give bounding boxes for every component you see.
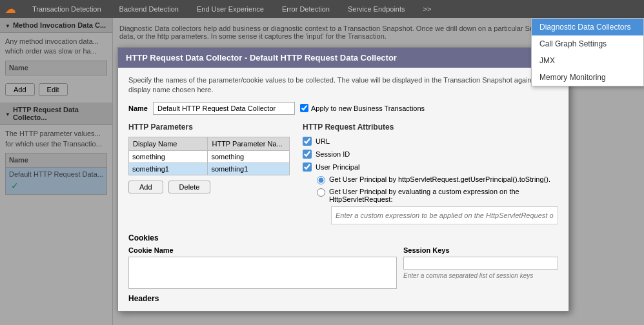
params-buttons: Add Delete <box>128 181 290 193</box>
nav-backend-detection[interactable]: Backend Detection <box>110 0 188 18</box>
param-name-input-1[interactable] <box>208 151 289 162</box>
modal-body: Specify the names of the parameter/cooki… <box>118 68 569 311</box>
table-row <box>129 150 290 162</box>
cookie-name-col: Cookie Name <box>128 246 397 289</box>
cookie-name-box <box>128 257 397 289</box>
params-add-button[interactable]: Add <box>128 181 163 193</box>
http-attributes-header: HTTP Request Attributes <box>303 123 558 132</box>
dropdown-memory-monitoring[interactable]: Memory Monitoring <box>532 69 643 86</box>
url-label: URL <box>316 137 330 145</box>
http-attributes-col: HTTP Request Attributes URL Session ID U… <box>303 123 558 227</box>
nav-transaction-detection[interactable]: Transaction Detection <box>23 0 110 18</box>
http-params-header: HTTP Parameters <box>128 123 290 132</box>
display-name-input-2[interactable] <box>129 163 207 175</box>
apply-label: Apply to new Business Transactions <box>311 104 425 112</box>
params-delete-button[interactable]: Delete <box>168 181 211 193</box>
get-user-principal-label: Get User Principal by httpServletRequest… <box>329 175 550 183</box>
custom-expression-input[interactable] <box>336 212 554 219</box>
cookies-header: Cookies <box>128 233 558 242</box>
session-keys-hint: Enter a comma separated list of session … <box>403 272 558 279</box>
modal-description: Specify the names of the parameter/cooki… <box>128 75 558 95</box>
user-principal-label: User Principal <box>316 163 359 171</box>
param-name-input-2[interactable] <box>208 163 289 175</box>
url-attribute: URL <box>303 137 558 146</box>
session-id-label: Session ID <box>316 150 350 158</box>
modal-columns: HTTP Parameters Display Name HTTP Parame… <box>128 123 558 227</box>
headers-label: Headers <box>128 294 558 303</box>
user-principal-attribute: User Principal <box>303 162 558 172</box>
modal-title: HTTP Request Data Collector - Default HT… <box>126 53 397 63</box>
nav-more[interactable]: >> <box>414 0 441 18</box>
session-id-checkbox[interactable] <box>303 150 312 159</box>
params-table: Display Name HTTP Parameter Na... <box>128 137 290 175</box>
cookies-section: Cookies Cookie Name Session Keys Enter a… <box>128 233 558 289</box>
custom-expr-label: Get User Principal by evaluating a custo… <box>329 188 558 203</box>
url-checkbox[interactable] <box>303 137 312 146</box>
modal-header: HTTP Request Data Collector - Default HT… <box>118 48 569 68</box>
param-name-col: HTTP Parameter Na... <box>208 137 290 150</box>
user-principal-options: Get User Principal by httpServletRequest… <box>317 175 558 224</box>
user-principal-checkbox[interactable] <box>303 162 312 172</box>
custom-expr-radio[interactable] <box>317 188 325 197</box>
custom-expression-box <box>331 206 558 224</box>
display-name-input-1[interactable] <box>129 151 207 162</box>
app-logo: ☁ <box>5 3 15 15</box>
http-params-col: HTTP Parameters Display Name HTTP Parame… <box>128 123 290 227</box>
session-id-attribute: Session ID <box>303 150 558 159</box>
session-keys-col: Session Keys Enter a comma separated lis… <box>403 246 558 289</box>
session-keys-input[interactable] <box>403 257 558 270</box>
apply-checkbox[interactable] <box>300 104 308 112</box>
param-name-cell-2 <box>208 162 290 175</box>
dropdown-call-graph[interactable]: Call Graph Settings <box>532 35 643 52</box>
name-input[interactable] <box>153 102 295 115</box>
nav-service-endpoints[interactable]: Service Endpoints <box>339 0 414 18</box>
display-name-cell-2 <box>129 162 208 175</box>
cookie-name-label: Cookie Name <box>128 246 397 254</box>
dropdown-jmx[interactable]: JMX <box>532 52 643 69</box>
modal-dialog: HTTP Request Data Collector - Default HT… <box>117 47 569 311</box>
table-row <box>129 162 290 175</box>
apply-checkbox-label: Apply to new Business Transactions <box>300 104 425 112</box>
param-name-cell-1 <box>208 150 290 162</box>
get-user-principal-radio[interactable] <box>317 176 325 184</box>
name-label: Name <box>128 104 148 112</box>
modal-name-row: Name Apply to new Business Transactions <box>128 102 558 115</box>
radio-item-1: Get User Principal by httpServletRequest… <box>317 175 558 184</box>
cookies-row: Cookie Name Session Keys Enter a comma s… <box>128 246 558 289</box>
nav-error-detection[interactable]: Error Detection <box>273 0 339 18</box>
nav-end-user-experience[interactable]: End User Experience <box>188 0 273 18</box>
display-name-col: Display Name <box>129 137 208 150</box>
display-name-cell-1 <box>129 150 208 162</box>
radio-item-2: Get User Principal by evaluating a custo… <box>317 188 558 203</box>
top-navigation: ☁ Transaction Detection Backend Detectio… <box>0 0 644 18</box>
dropdown-diagnostic-collectors[interactable]: Diagnostic Data Collectors <box>532 19 643 35</box>
session-keys-label: Session Keys <box>403 246 558 254</box>
dropdown-menu: Diagnostic Data Collectors Call Graph Se… <box>531 18 644 86</box>
